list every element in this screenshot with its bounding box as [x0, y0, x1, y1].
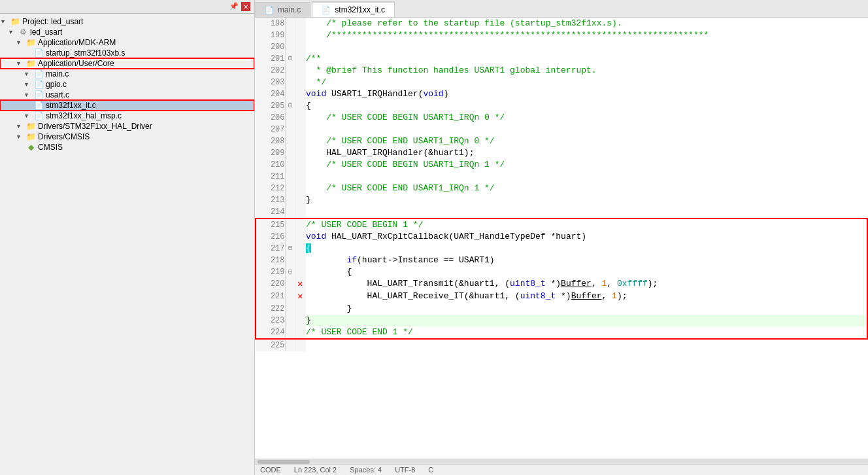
horizontal-scrollbar[interactable]: [255, 459, 868, 464]
tree-item-usart-c[interactable]: ▼📄usart.c: [0, 90, 254, 100]
fold-indicator[interactable]: [285, 326, 295, 339]
line-number: 206: [256, 112, 285, 124]
tree-item-startup[interactable]: 📄startup_stm32f103xb.s: [0, 48, 254, 58]
fold-indicator[interactable]: [285, 255, 295, 266]
tree-label: usart.c: [46, 90, 69, 99]
code-content[interactable]: /**: [306, 53, 867, 65]
tree-item-main-c[interactable]: ▼📄main.c: [0, 69, 254, 79]
fold-indicator[interactable]: [285, 88, 295, 100]
tree-item-app-user-core[interactable]: ▼📁Application/User/Core: [0, 58, 254, 69]
fold-indicator[interactable]: [285, 159, 295, 171]
tree-item-project-root[interactable]: ▼📁Project: led_usart: [0, 16, 254, 27]
status-bar: CODELn 223, Col 2Spaces: 4UTF-8C: [255, 464, 868, 475]
error-indicator: [295, 41, 306, 53]
tab-main-c-tab[interactable]: 📄main.c: [255, 2, 310, 17]
code-content[interactable]: [306, 339, 867, 351]
line-number: 205: [256, 100, 285, 112]
error-indicator: ✕: [295, 290, 306, 303]
code-content[interactable]: [306, 124, 867, 135]
status-item: C: [428, 466, 433, 474]
fold-indicator[interactable]: ⊟: [285, 243, 295, 255]
tree-icon: 📁: [25, 38, 37, 47]
code-content[interactable]: HAL_UART_Transmit(&huart1, (uint8_t *)Bu…: [306, 278, 867, 290]
fold-indicator[interactable]: [285, 171, 295, 183]
code-content[interactable]: /* USER CODE END 1 */: [306, 326, 867, 339]
tree-arrow: ▼: [8, 29, 17, 35]
code-content[interactable]: }: [306, 303, 867, 315]
code-content[interactable]: void HAL_UART_RxCpltCallback(UART_Handle…: [306, 231, 867, 243]
code-area[interactable]: 198 /* please refer to the startup file …: [255, 18, 868, 459]
code-line-214: 214: [256, 206, 867, 219]
code-content[interactable]: void USART1_IRQHandler(void): [306, 88, 867, 100]
code-content[interactable]: HAL_UART_IRQHandler(&huart1);: [306, 147, 867, 159]
error-indicator: [295, 183, 306, 194]
project-tree: ▼📁Project: led_usart▼⚙led_usart▼📁Applica…: [0, 14, 254, 475]
tree-item-gpio-c[interactable]: ▼📄gpio.c: [0, 79, 254, 90]
fold-indicator[interactable]: [285, 339, 295, 351]
code-content[interactable]: [306, 171, 867, 183]
tree-item-stm32-hal-msp[interactable]: ▼📄stm32f1xx_hal_msp.c: [0, 111, 254, 121]
code-content[interactable]: if(huart->Instance == USART1): [306, 255, 867, 266]
code-line-206: 206 /* USER CODE BEGIN USART1_IRQn 0 */: [256, 112, 867, 124]
scrollbar-thumb[interactable]: [258, 460, 310, 464]
fold-indicator[interactable]: [285, 278, 295, 290]
fold-indicator[interactable]: [285, 206, 295, 219]
code-content[interactable]: /* USER CODE BEGIN USART1_IRQn 1 */: [306, 159, 867, 171]
tree-label: gpio.c: [46, 80, 67, 89]
code-content[interactable]: [306, 41, 867, 53]
code-content[interactable]: /***************************************…: [306, 29, 867, 41]
code-line-223: 223}: [256, 315, 867, 326]
line-number: 220: [256, 278, 285, 290]
fold-indicator[interactable]: [285, 29, 295, 41]
fold-indicator[interactable]: [285, 112, 295, 124]
line-number: 200: [256, 41, 285, 53]
code-content[interactable]: /* USER CODE BEGIN USART1_IRQn 0 */: [306, 112, 867, 124]
fold-indicator[interactable]: [285, 290, 295, 303]
code-line-201: 201⊟/**: [256, 53, 867, 65]
fold-indicator[interactable]: [285, 18, 295, 29]
code-content[interactable]: * @brief This function handles USART1 gl…: [306, 65, 867, 77]
fold-indicator[interactable]: ⊟: [285, 100, 295, 112]
tree-item-stm32-it-c[interactable]: 📄stm32f1xx_it.c: [0, 100, 254, 111]
tree-icon: 📄: [33, 80, 44, 89]
fold-indicator[interactable]: [285, 77, 295, 88]
code-content[interactable]: HAL_UART_Receive_IT(&huart1, (uint8_t *)…: [306, 290, 867, 303]
tree-arrow: ▼: [16, 133, 25, 140]
fold-indicator[interactable]: [285, 147, 295, 159]
code-content[interactable]: }: [306, 194, 867, 206]
tree-item-drivers-hal[interactable]: ▼📁Drivers/STM32F1xx_HAL_Driver: [0, 121, 254, 132]
fold-indicator[interactable]: [285, 194, 295, 206]
fold-indicator[interactable]: [285, 231, 295, 243]
code-content[interactable]: [306, 206, 867, 219]
line-number: 207: [256, 124, 285, 135]
code-content[interactable]: {: [306, 243, 867, 255]
code-content[interactable]: /* please refer to the startup file (sta…: [306, 18, 867, 29]
fold-indicator[interactable]: [285, 303, 295, 315]
fold-indicator[interactable]: [285, 135, 295, 147]
tree-item-led-usart[interactable]: ▼⚙led_usart: [0, 27, 254, 37]
code-content[interactable]: */: [306, 77, 867, 88]
tree-item-app-mdk[interactable]: ▼📁Application/MDK-ARM: [0, 37, 254, 48]
code-content[interactable]: /* USER CODE END USART1_IRQn 0 */: [306, 135, 867, 147]
code-content[interactable]: {: [306, 100, 867, 112]
tree-item-cmsis[interactable]: ◆CMSIS: [0, 142, 254, 152]
error-indicator: [295, 303, 306, 315]
code-content[interactable]: /* USER CODE BEGIN 1 */: [306, 219, 867, 231]
fold-indicator[interactable]: ⊟: [285, 266, 295, 278]
fold-indicator[interactable]: ⊟: [285, 53, 295, 65]
fold-indicator[interactable]: [285, 183, 295, 194]
tree-arrow: ▼: [24, 71, 33, 77]
tab-stm32-it-tab[interactable]: 📄stm32f1xx_it.c: [312, 1, 395, 17]
fold-indicator[interactable]: [285, 124, 295, 135]
code-content[interactable]: {: [306, 266, 867, 278]
close-panel-button[interactable]: ✕: [241, 2, 250, 11]
pin-button[interactable]: 📌: [229, 2, 239, 11]
code-content[interactable]: }: [306, 315, 867, 326]
fold-indicator[interactable]: [285, 41, 295, 53]
fold-indicator[interactable]: [285, 65, 295, 77]
tree-icon: 📁: [25, 132, 37, 141]
fold-indicator[interactable]: [285, 219, 295, 231]
fold-indicator[interactable]: [285, 315, 295, 326]
tree-item-drivers-cmsis[interactable]: ▼📁Drivers/CMSIS: [0, 132, 254, 142]
code-content[interactable]: /* USER CODE END USART1_IRQn 1 */: [306, 183, 867, 194]
